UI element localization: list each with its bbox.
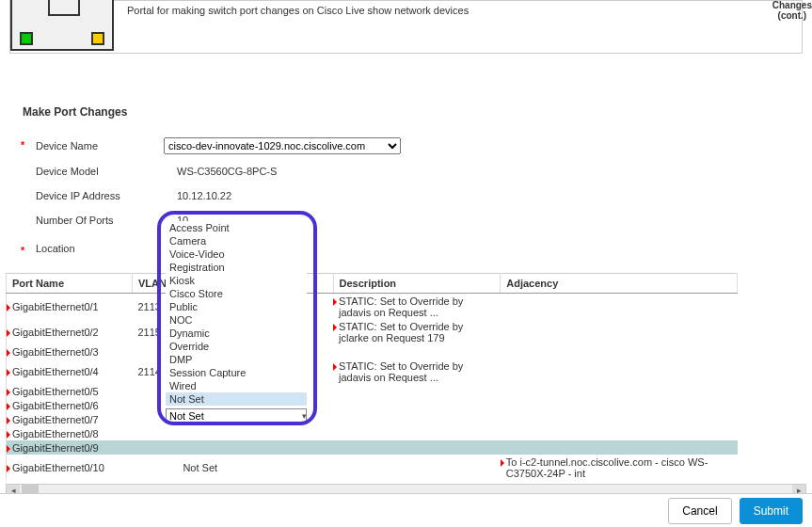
field-device-model: Device Model WS-C3560CG-8PC-S [23,166,277,177]
role-option[interactable]: Override [166,340,307,353]
table-row[interactable]: GigabitEthernet0/6 [7,398,738,412]
role-option[interactable]: Not Set [166,392,307,406]
role-option[interactable]: Registration [166,261,307,274]
role-option[interactable]: Dynamic [166,327,307,340]
role-dropdown-list[interactable]: Access PointCameraVoice-VideoRegistratio… [166,221,307,406]
table-row[interactable]: GigabitEthernet0/22115STATIC: Set to Ove… [7,319,738,344]
role-option[interactable]: DMP [166,353,307,366]
banner-description: Portal for making switch port changes on… [121,1,474,20]
role-option[interactable]: Public [166,300,307,313]
role-option[interactable]: Cisco Store [166,287,307,300]
role-option[interactable]: Voice-Video [166,248,307,261]
table-row[interactable]: GigabitEthernet0/10Not SetTo i-c2-tunnel… [7,455,738,480]
banner: Portal for making switch port changes on… [9,0,803,54]
role-option[interactable]: Wired [166,379,307,392]
field-device-name: Device Name cisco-dev-innovate-1029.noc.… [23,137,401,154]
device-name-select[interactable]: cisco-dev-innovate-1029.noc.ciscolive.co… [164,137,401,154]
table-row[interactable]: GigabitEthernet0/3 [7,344,738,359]
col-adjacency[interactable]: Adjacency [501,274,738,294]
table-row[interactable]: GigabitEthernet0/8 [7,426,738,440]
cancel-button[interactable]: Cancel [668,498,731,524]
table-row[interactable]: GigabitEthernet0/9 [7,440,738,455]
table-row[interactable]: GigabitEthernet0/5 [7,384,738,398]
section-title: Make Port Changes [23,105,127,119]
table-row[interactable]: GigabitEthernet0/7 [7,412,738,426]
role-option[interactable]: Session Capture [166,366,307,379]
role-option[interactable]: Kiosk [166,274,307,287]
field-number-of-ports: Number Of Ports 10 [23,215,188,226]
role-option[interactable]: Access Point [166,221,307,234]
table-row[interactable]: GigabitEthernet0/12113STATIC: Set to Ove… [7,294,738,320]
role-option[interactable]: NOC [166,313,307,327]
led-yellow-icon [91,32,104,45]
role-combo-input[interactable] [167,410,302,422]
submit-button[interactable]: Submit [740,498,803,524]
ports-table: Port Name VLAN Description Adjacency Gig… [6,273,738,480]
page-continuation-label: Changes (cont.) [772,0,812,21]
role-option[interactable]: Camera [166,234,307,248]
led-green-icon [20,32,33,45]
col-port-name[interactable]: Port Name [7,274,133,294]
chevron-down-icon[interactable]: ▾ [302,409,307,423]
field-device-ip: Device IP Address 10.12.10.22 [23,190,231,201]
port-icon [10,0,114,51]
col-description[interactable]: Description [333,274,501,294]
role-combo[interactable]: ▾ [166,408,307,423]
table-row[interactable]: GigabitEthernet0/42114STATIC: Set to Ove… [7,359,738,384]
footer: Cancel Submit [0,493,812,527]
